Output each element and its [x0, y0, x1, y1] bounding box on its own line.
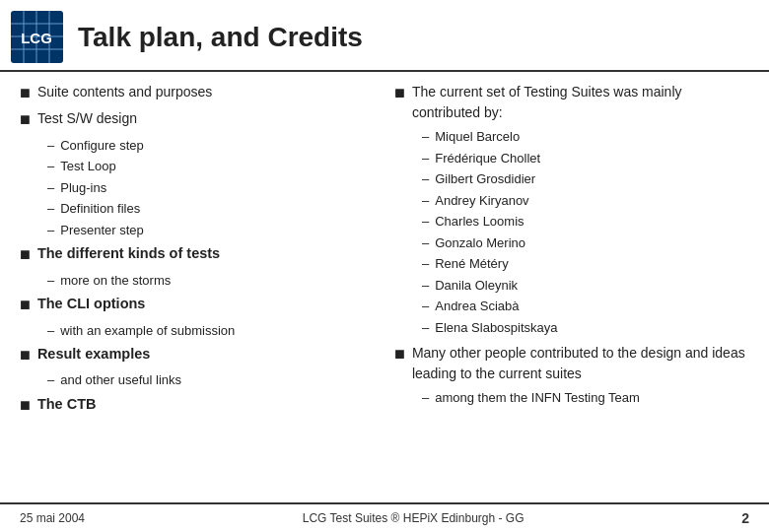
sub-list-item: – Gilbert Grosdidier [422, 169, 749, 189]
svg-text:LCG: LCG [21, 30, 52, 46]
footer-date: 25 mai 2004 [20, 511, 85, 525]
list-item: ■ Test S/W design [20, 108, 375, 131]
bullet-label: The current set of Testing Suites was ma… [412, 82, 749, 123]
contributor-name: René Météry [435, 254, 508, 274]
sub-list: – more on the storms [47, 271, 375, 291]
list-item: ■ The different kinds of tests [20, 243, 375, 266]
bullet-icon: ■ [20, 394, 31, 417]
sub-list: – among them the INFN Testing Team [422, 388, 749, 408]
bullet-icon: ■ [20, 294, 31, 316]
list-item: ■ Many other people contributed to the d… [394, 343, 749, 384]
list-item: ■ Result examples [20, 344, 375, 366]
footer-page-number: 2 [741, 510, 749, 526]
sub-item-label: more on the storms [60, 271, 171, 291]
bullet-label: Suite contents and purposes [37, 82, 212, 102]
bullet-label: The CTB [37, 394, 97, 416]
list-item: ■ The CTB [20, 394, 375, 417]
bullet-label: Result examples [37, 344, 150, 366]
list-item: ■ The CLI options [20, 294, 375, 316]
list-item: ■ Suite contents and purposes [20, 82, 375, 104]
sub-list-item: – Configure step [47, 136, 375, 156]
sub-list-item: – Plug-ins [47, 178, 375, 198]
bullet-label: Test S/W design [37, 108, 137, 129]
left-column: ■ Suite contents and purposes ■ Test S/W… [20, 82, 375, 486]
sub-list-item: – among them the INFN Testing Team [422, 388, 749, 408]
sub-item-label: among them the INFN Testing Team [435, 388, 640, 408]
sub-item-label: with an example of submission [60, 321, 235, 341]
sub-item-label: Presenter step [60, 221, 144, 240]
bullet-icon: ■ [394, 82, 405, 104]
bullet-icon: ■ [20, 243, 31, 266]
bullet-icon: ■ [20, 82, 31, 104]
sub-list-item: – Frédérique Chollet [422, 149, 749, 168]
sub-list: – and other useful links [47, 370, 375, 390]
sub-list: – with an example of submission [47, 321, 375, 341]
bullet-icon: ■ [394, 343, 405, 366]
page-title: Talk plan, and Credits [78, 22, 363, 53]
sub-item-label: Test Loop [60, 157, 115, 176]
bullet-label: The different kinds of tests [37, 243, 220, 265]
contributor-name: Gilbert Grosdidier [435, 169, 535, 189]
contributor-name: Andrea Sciabà [435, 297, 519, 316]
sub-item-label: and other useful links [60, 370, 181, 390]
sub-item-label: Plug-ins [60, 178, 106, 198]
footer-title: LCG Test Suites ® HEPiX Edinburgh - GG [303, 511, 524, 525]
contributor-name: Gonzalo Merino [435, 233, 525, 253]
sub-list-item: – Definition files [47, 199, 375, 219]
sub-list-item: – Danila Oleynik [422, 276, 749, 296]
sub-list: – Configure step – Test Loop – Plug-ins … [47, 136, 375, 240]
sub-item-label: Configure step [60, 136, 144, 156]
contributor-name: Andrey Kiryanov [435, 191, 528, 211]
sub-list-item: – Presenter step [47, 221, 375, 240]
sub-list-item: – Test Loop [47, 157, 375, 176]
sub-list-item: – Gonzalo Merino [422, 233, 749, 253]
contributor-name: Frédérique Chollet [435, 149, 540, 168]
contributor-name: Charles Loomis [435, 212, 524, 232]
list-item: ■ The current set of Testing Suites was … [394, 82, 749, 123]
sub-list-item: – Andrea Sciabà [422, 297, 749, 316]
sub-item-label: Definition files [60, 199, 140, 219]
bullet-label: The CLI options [37, 294, 146, 315]
contributor-name: Elena Slabospitskaya [435, 318, 557, 338]
sub-list-item: – Elena Slabospitskaya [422, 318, 749, 338]
contributors-list: – Miquel Barcelo – Frédérique Chollet – … [422, 127, 749, 337]
sub-list-item: – Andrey Kiryanov [422, 191, 749, 211]
sub-list-item: – and other useful links [47, 370, 375, 390]
footer: 25 mai 2004 LCG Test Suites ® HEPiX Edin… [0, 502, 769, 532]
contributor-name: Miquel Barcelo [435, 127, 520, 147]
bullet-label: Many other people contributed to the des… [412, 343, 749, 384]
sub-list-item: – Miquel Barcelo [422, 127, 749, 147]
sub-list-item: – Charles Loomis [422, 212, 749, 232]
header: LCG Talk plan, and Credits [0, 0, 769, 72]
bullet-icon: ■ [20, 344, 31, 366]
logo: LCG [10, 10, 64, 64]
sub-list-item: – with an example of submission [47, 321, 375, 341]
bullet-icon: ■ [20, 108, 31, 131]
sub-list-item: – René Météry [422, 254, 749, 274]
contributor-name: Danila Oleynik [435, 276, 518, 296]
sub-list-item: – more on the storms [47, 271, 375, 291]
main-content: ■ Suite contents and purposes ■ Test S/W… [0, 72, 769, 486]
right-column: ■ The current set of Testing Suites was … [394, 82, 749, 486]
